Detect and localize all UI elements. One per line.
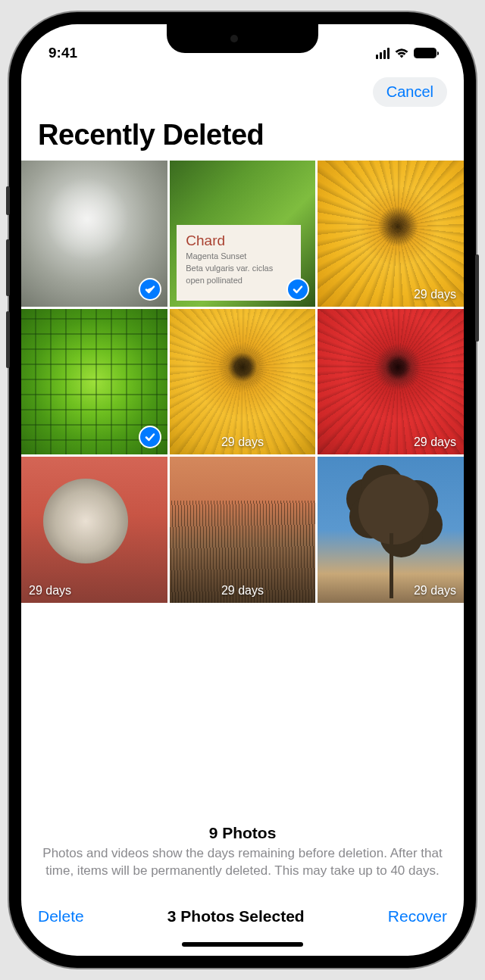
recover-button[interactable]: Recover [388,907,447,925]
screen: 9:41 Cancel Recently Deleted [21,24,464,956]
nav-bar: Cancel [21,68,464,113]
days-remaining-label: 29 days [414,584,456,598]
photo-thumbnail[interactable] [21,161,167,307]
days-remaining-label: 29 days [414,288,456,301]
selected-check-icon [286,278,309,301]
photo-image [318,161,464,307]
photo-text: Beta vulgaris var. ciclas [186,263,292,273]
home-indicator[interactable] [182,942,303,947]
photo-thumbnail[interactable]: Chard Magenta Sunset Beta vulgaris var. … [170,161,316,307]
days-remaining-label: 29 days [170,435,316,449]
photo-text: open pollinated [186,275,292,286]
phone-frame: 9:41 Cancel Recently Deleted [9,12,476,968]
photo-image [170,309,316,455]
photo-grid: Chard Magenta Sunset Beta vulgaris var. … [21,161,464,603]
photo-text: Chard [186,233,292,249]
wifi-icon [394,48,409,59]
photo-thumbnail[interactable]: 29 days [318,161,464,307]
photo-thumbnail[interactable]: 29 days [170,309,316,455]
selected-check-icon [139,278,161,301]
page-title: Recently Deleted [38,119,447,151]
photo-text: Magenta Sunset [186,251,292,261]
mute-switch [6,186,10,215]
selected-check-icon [139,426,161,448]
photo-image [170,457,316,603]
delete-button[interactable]: Delete [38,907,84,925]
header: Recently Deleted [21,113,464,161]
status-time: 9:41 [48,45,77,61]
toolbar: Delete 3 Photos Selected Recover [21,885,464,935]
summary-section: 9 Photos Photos and videos show the days… [21,824,464,885]
photo-count-label: 9 Photos [38,824,447,842]
selection-count-label: 3 Photos Selected [167,907,305,925]
info-text: Photos and videos show the days remainin… [38,845,447,880]
status-icons [376,48,437,59]
cancel-button[interactable]: Cancel [373,77,447,107]
photo-thumbnail[interactable] [21,309,167,455]
photo-thumbnail[interactable]: 29 days [21,457,167,603]
battery-icon [414,48,436,58]
photo-image [318,457,464,603]
photo-thumbnail[interactable]: 29 days [318,457,464,603]
days-remaining-label: 29 days [170,584,316,598]
cellular-icon [376,48,390,59]
photo-thumbnail[interactable]: 29 days [170,457,316,603]
photo-image [21,457,167,603]
volume-down-button [6,311,10,368]
notch [167,24,318,53]
photo-thumbnail[interactable]: 29 days [318,309,464,455]
days-remaining-label: 29 days [414,435,456,449]
photo-image [318,309,464,455]
volume-up-button [6,239,10,296]
power-button [475,254,479,342]
days-remaining-label: 29 days [29,584,71,598]
